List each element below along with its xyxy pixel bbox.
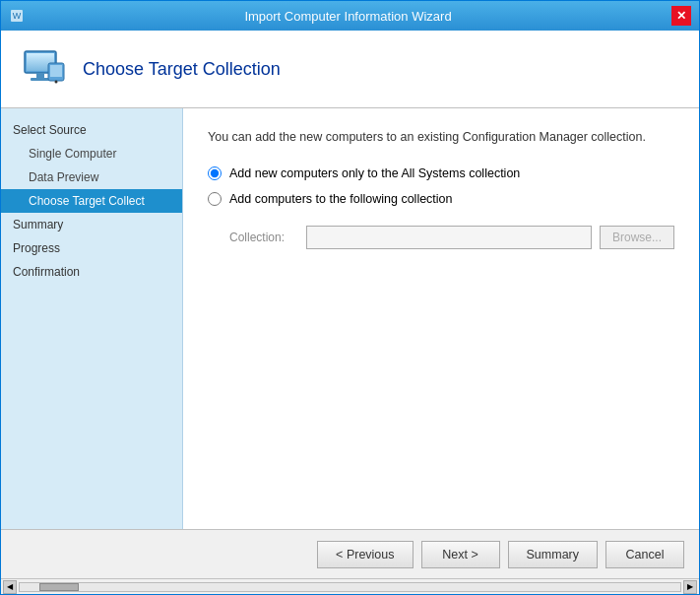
footer: < Previous Next > Summary Cancel [1, 529, 699, 578]
radio-following-collection[interactable] [208, 192, 222, 206]
summary-button[interactable]: Summary [508, 541, 598, 568]
wizard-window: W Import Computer Information Wizard ✕ [0, 0, 700, 595]
sidebar-item-progress[interactable]: Progress [1, 236, 182, 260]
info-text: You can add the new computers to an exis… [208, 128, 674, 147]
radio-group: Add new computers only to the All System… [208, 166, 674, 249]
scrollbar-area: ◀ ▶ [1, 578, 699, 594]
radio-option-following-collection: Add computers to the following collectio… [208, 192, 674, 206]
content-area: Select Source Single Computer Data Previ… [1, 108, 699, 529]
wizard-header: Choose Target Collection [1, 31, 699, 108]
next-button[interactable]: Next > [421, 541, 500, 568]
sidebar-item-confirmation[interactable]: Confirmation [1, 260, 182, 284]
sidebar-item-choose-target[interactable]: Choose Target Collect [1, 189, 182, 213]
sidebar-item-select-source[interactable]: Select Source [1, 118, 182, 142]
radio-option-all-systems: Add new computers only to the All System… [208, 166, 674, 180]
cancel-button[interactable]: Cancel [605, 541, 684, 568]
scroll-left-arrow[interactable]: ◀ [3, 580, 17, 594]
previous-button[interactable]: < Previous [317, 541, 413, 568]
wizard-step-title: Choose Target Collection [83, 59, 281, 80]
scroll-track[interactable] [19, 582, 681, 592]
scroll-thumb[interactable] [39, 583, 79, 591]
scroll-right-arrow[interactable]: ▶ [683, 580, 697, 594]
sidebar-item-data-preview[interactable]: Data Preview [1, 165, 182, 189]
collection-label: Collection: [229, 231, 298, 244]
wizard-icon: W [9, 8, 25, 24]
window-body: Choose Target Collection Select Source S… [1, 31, 699, 594]
svg-rect-8 [50, 65, 62, 77]
radio-following-collection-label[interactable]: Add computers to the following collectio… [229, 192, 453, 206]
svg-rect-6 [31, 78, 50, 81]
close-button[interactable]: ✕ [671, 6, 691, 26]
sidebar-item-single-computer[interactable]: Single Computer [1, 142, 182, 165]
radio-all-systems[interactable] [208, 166, 222, 180]
svg-point-9 [55, 81, 58, 84]
browse-button[interactable]: Browse... [600, 226, 674, 249]
window-title: Import Computer Information Wizard [25, 9, 671, 24]
computer-icon [21, 45, 68, 93]
radio-all-systems-label[interactable]: Add new computers only to the All System… [229, 166, 520, 180]
title-bar: W Import Computer Information Wizard ✕ [1, 1, 699, 31]
main-panel: You can add the new computers to an exis… [183, 108, 699, 529]
sidebar-item-summary[interactable]: Summary [1, 213, 182, 236]
sidebar: Select Source Single Computer Data Previ… [1, 108, 183, 529]
svg-text:W: W [13, 11, 22, 21]
collection-input[interactable] [306, 226, 592, 249]
collection-row: Collection: Browse... [229, 226, 674, 249]
